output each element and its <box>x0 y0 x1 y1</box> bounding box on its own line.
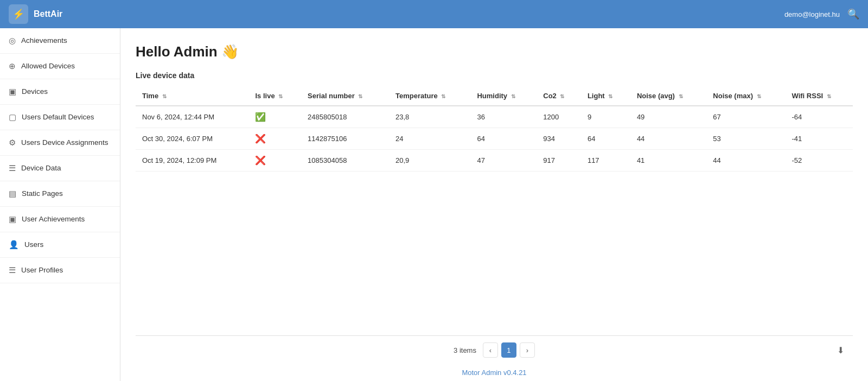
sidebar-item-label-users: Users <box>24 240 43 250</box>
sidebar-item-label-allowed-devices: Allowed Devices <box>21 61 75 71</box>
sort-icon-time: ⇅ <box>162 93 167 99</box>
user-profiles-icon: ☰ <box>9 265 16 275</box>
col-header-noise_avg[interactable]: Noise (avg) ⇅ <box>630 86 706 106</box>
main-content: Hello Admin 👋 Live device data Time ⇅Is … <box>120 28 868 381</box>
col-header-temperature[interactable]: Temperature ⇅ <box>389 86 470 106</box>
sidebar-item-label-users-device-assignments: Users Device Assignments <box>21 138 108 148</box>
user-achievements-icon: ▣ <box>9 214 16 224</box>
cell-serial_number-1: 1142875106 <box>301 128 389 150</box>
col-header-is_live[interactable]: Is live ⇅ <box>248 86 301 106</box>
sort-icon-noise_avg: ⇅ <box>679 93 683 99</box>
cell-humidity-1: 64 <box>470 128 537 150</box>
sort-icon-wifi_rssi: ⇅ <box>827 93 831 99</box>
sidebar-item-label-user-profiles: User Profiles <box>21 265 63 275</box>
sidebar-item-label-users-default-devices: Users Default Devices <box>22 112 94 122</box>
items-count: 3 items <box>454 346 476 354</box>
cell-serial_number-0: 2485805018 <box>301 106 389 128</box>
sidebar-item-label-achievements: Achievements <box>21 36 67 46</box>
sidebar-item-allowed-devices[interactable]: ⊕ Allowed Devices <box>0 54 120 79</box>
sidebar-item-users-default-devices[interactable]: ▢ Users Default Devices <box>0 105 120 130</box>
col-header-co2[interactable]: Co2 ⇅ <box>537 86 581 106</box>
sort-icon-noise_max: ⇅ <box>757 93 761 99</box>
sidebar-item-label-user-achievements: User Achievements <box>22 214 85 224</box>
app-title: BettAir <box>34 9 784 19</box>
user-email: demo@loginet.hu <box>784 10 840 18</box>
pagination: ‹ 1 › <box>483 342 535 358</box>
live-device-table: Time ⇅Is live ⇅Serial number ⇅Temperatur… <box>136 86 853 172</box>
header: ⚡ BettAir demo@loginet.hu 🔍 <box>0 0 868 28</box>
sort-icon-humidity: ⇅ <box>511 93 515 99</box>
sort-icon-co2: ⇅ <box>560 93 564 99</box>
download-button[interactable]: ⬇ <box>837 345 844 355</box>
sidebar-item-devices[interactable]: ▣ Devices <box>0 79 120 105</box>
table-header-row: Time ⇅Is live ⇅Serial number ⇅Temperatur… <box>136 86 853 106</box>
cell-humidity-2: 47 <box>470 150 537 172</box>
col-header-time[interactable]: Time ⇅ <box>136 86 248 106</box>
next-page-button[interactable]: › <box>520 342 535 358</box>
live-false-icon: ❌ <box>255 134 266 143</box>
sidebar-item-achievements[interactable]: ◎ Achievements <box>0 28 120 54</box>
table-row: Oct 30, 2024, 6:07 PM❌114287510624649346… <box>136 128 853 150</box>
logo-icon: ⚡ <box>9 4 28 24</box>
cell-wifi_rssi-2: -52 <box>786 150 853 172</box>
table-row: Nov 6, 2024, 12:44 PM✅248580501823,83612… <box>136 106 853 128</box>
static-pages-icon: ▤ <box>9 189 16 199</box>
cell-is_live-1: ❌ <box>248 128 301 150</box>
sidebar-item-users-device-assignments[interactable]: ⚙ Users Device Assignments <box>0 130 120 156</box>
cell-temperature-0: 23,8 <box>389 106 470 128</box>
section-label: Live device data <box>136 71 853 80</box>
sidebar-item-label-static-pages: Static Pages <box>22 189 63 199</box>
cell-co2-0: 1200 <box>537 106 581 128</box>
sidebar-item-user-profiles[interactable]: ☰ User Profiles <box>0 258 120 283</box>
table-row: Oct 19, 2024, 12:09 PM❌108530405820,9479… <box>136 150 853 172</box>
col-header-serial_number[interactable]: Serial number ⇅ <box>301 86 389 106</box>
cell-temperature-1: 24 <box>389 128 470 150</box>
cell-noise_avg-1: 44 <box>630 128 706 150</box>
cell-time-0: Nov 6, 2024, 12:44 PM <box>136 106 248 128</box>
cell-noise_max-2: 44 <box>706 150 785 172</box>
cell-time-1: Oct 30, 2024, 6:07 PM <box>136 128 248 150</box>
sort-icon-serial_number: ⇅ <box>358 93 362 99</box>
cell-is_live-2: ❌ <box>248 150 301 172</box>
table-head: Time ⇅Is live ⇅Serial number ⇅Temperatur… <box>136 86 853 106</box>
users-default-devices-icon: ▢ <box>9 112 16 122</box>
sort-icon-light: ⇅ <box>608 93 612 99</box>
main-layout: ◎ Achievements ⊕ Allowed Devices ▣ Devic… <box>0 28 868 381</box>
table-wrap: Time ⇅Is live ⇅Serial number ⇅Temperatur… <box>136 86 853 335</box>
table-footer: 3 items ‹ 1 › ⬇ <box>136 335 853 364</box>
users-icon: 👤 <box>9 240 19 250</box>
table-body: Nov 6, 2024, 12:44 PM✅248580501823,83612… <box>136 106 853 172</box>
page-1-button[interactable]: 1 <box>501 342 516 358</box>
cell-light-0: 9 <box>581 106 630 128</box>
sidebar: ◎ Achievements ⊕ Allowed Devices ▣ Devic… <box>0 28 120 381</box>
sort-icon-is_live: ⇅ <box>278 93 283 99</box>
device-data-icon: ☰ <box>9 163 16 173</box>
sidebar-item-static-pages[interactable]: ▤ Static Pages <box>0 181 120 207</box>
sidebar-item-label-devices: Devices <box>22 87 48 97</box>
sort-icon-temperature: ⇅ <box>441 93 445 99</box>
sidebar-item-users[interactable]: 👤 Users <box>0 232 120 258</box>
version-footer: Motor Admin v0.4.21 <box>136 364 853 381</box>
cell-is_live-0: ✅ <box>248 106 301 128</box>
prev-page-button[interactable]: ‹ <box>483 342 498 358</box>
cell-light-1: 64 <box>581 128 630 150</box>
live-false-icon: ❌ <box>255 156 266 165</box>
col-header-humidity[interactable]: Humidity ⇅ <box>470 86 537 106</box>
sidebar-item-device-data[interactable]: ☰ Device Data <box>0 156 120 181</box>
cell-wifi_rssi-0: -64 <box>786 106 853 128</box>
sidebar-item-user-achievements[interactable]: ▣ User Achievements <box>0 207 120 232</box>
devices-icon: ▣ <box>9 87 16 97</box>
cell-noise_avg-2: 41 <box>630 150 706 172</box>
achievements-icon: ◎ <box>9 36 16 46</box>
col-header-wifi_rssi[interactable]: Wifi RSSI ⇅ <box>786 86 853 106</box>
search-icon[interactable]: 🔍 <box>847 8 859 20</box>
cell-serial_number-2: 1085304058 <box>301 150 389 172</box>
cell-wifi_rssi-1: -41 <box>786 128 853 150</box>
sidebar-item-label-device-data: Device Data <box>21 163 61 173</box>
cell-light-2: 117 <box>581 150 630 172</box>
cell-co2-2: 917 <box>537 150 581 172</box>
col-header-light[interactable]: Light ⇅ <box>581 86 630 106</box>
col-header-noise_max[interactable]: Noise (max) ⇅ <box>706 86 785 106</box>
cell-noise_max-1: 53 <box>706 128 785 150</box>
cell-co2-1: 934 <box>537 128 581 150</box>
